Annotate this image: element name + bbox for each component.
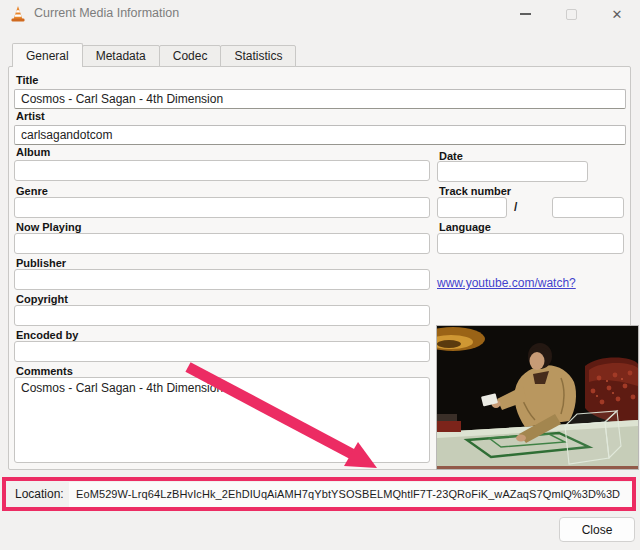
genre-label: Genre [16,185,48,197]
tab-metadata[interactable]: Metadata [82,45,160,67]
window-title: Current Media Information [34,6,179,20]
video-thumbnail [436,325,639,470]
language-input[interactable] [437,233,624,254]
now-playing-label: Now Playing [16,221,81,233]
comments-textarea[interactable]: Cosmos - Carl Sagan - 4th Dimension [14,377,430,463]
genre-input[interactable] [14,197,430,218]
artist-input[interactable] [14,125,626,145]
minimize-icon [520,13,531,15]
copyright-label: Copyright [16,293,68,305]
maximize-icon [566,9,577,20]
tab-statistics[interactable]: Statistics [220,45,296,67]
close-icon: ✕ [612,8,623,21]
tab-codec[interactable]: Codec [159,45,222,67]
maximize-button[interactable] [548,0,594,28]
location-value[interactable]: EoM529W-Lrq64LzBHvIcHk_2EhDIUqAiAMH7qYbt… [76,488,632,504]
close-window-button[interactable]: ✕ [594,0,640,28]
vlc-cone-icon [10,5,26,22]
title-bar: Current Media Information ✕ [0,0,640,28]
title-label: Title [16,74,38,86]
album-label: Album [16,146,50,158]
now-playing-input[interactable] [14,233,430,254]
location-label: Location: [15,487,64,501]
minimize-button[interactable] [502,0,548,28]
tab-bar: General Metadata Codec Statistics [13,45,296,67]
artist-label: Artist [16,110,45,122]
tab-general[interactable]: General [12,43,83,67]
track-number-separator: / [514,200,517,214]
publisher-label: Publisher [16,257,66,269]
encoded-by-input[interactable] [14,341,430,362]
track-number-input[interactable] [437,197,507,218]
date-input[interactable] [437,161,588,182]
title-input[interactable] [14,89,626,109]
publisher-input[interactable] [14,269,430,290]
window-controls: ✕ [502,0,640,28]
close-button[interactable]: Close [559,517,635,542]
encoded-by-label: Encoded by [16,329,78,341]
track-total-input[interactable] [552,197,624,218]
album-input[interactable] [14,160,430,181]
comments-label: Comments [16,365,73,377]
media-url-link[interactable]: www.youtube.com/watch? [437,276,576,290]
track-number-label: Track number [439,185,511,197]
language-label: Language [439,221,491,233]
copyright-input[interactable] [14,305,430,326]
media-information-dialog: Current Media Information ✕ General Meta… [0,0,640,550]
